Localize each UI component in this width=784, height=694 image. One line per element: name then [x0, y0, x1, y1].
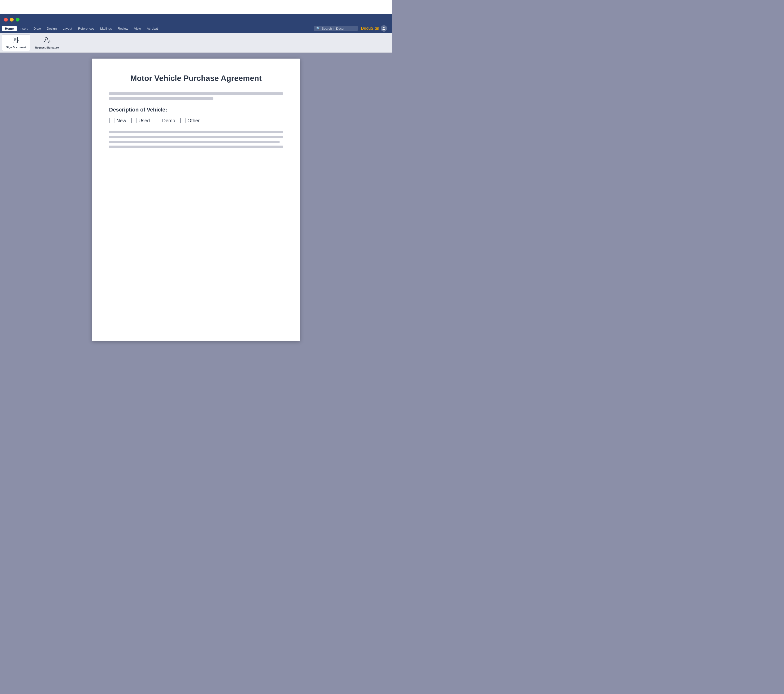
- checkbox-item-other: Other: [180, 118, 200, 124]
- checkbox-other-label: Other: [188, 118, 200, 124]
- document-page: Motor Vehicle Purchase Agreement Descrip…: [92, 59, 300, 341]
- placeholder-line-1: [109, 92, 283, 95]
- menu-tab-draw[interactable]: Draw: [31, 26, 44, 31]
- checkbox-used[interactable]: [131, 118, 137, 123]
- placeholder-line-2: [109, 97, 213, 100]
- maximize-button[interactable]: [16, 18, 20, 21]
- menu-tab-design[interactable]: Design: [44, 26, 59, 31]
- user-icon: [382, 27, 385, 30]
- search-placeholder: Search in Docum: [322, 27, 346, 30]
- sign-document-button[interactable]: Sign Document: [2, 34, 30, 51]
- user-avatar[interactable]: [381, 25, 387, 31]
- checkbox-demo[interactable]: [155, 118, 160, 123]
- menu-tab-acrobat[interactable]: Acrobat: [144, 26, 161, 31]
- window-chrome: Home Insert Draw Design Layout Reference…: [0, 14, 392, 33]
- placeholder-line-3: [109, 131, 283, 133]
- docusign-logo: DocuSign: [361, 26, 379, 31]
- checkbox-demo-label: Demo: [162, 118, 175, 124]
- checkbox-item-demo: Demo: [155, 118, 175, 124]
- placeholder-line-5: [109, 141, 280, 143]
- checkbox-item-new: New: [109, 118, 126, 124]
- checkbox-new[interactable]: [109, 118, 114, 123]
- minimize-button[interactable]: [10, 18, 14, 21]
- checkbox-new-label: New: [116, 118, 126, 124]
- checkbox-used-label: Used: [138, 118, 150, 124]
- menu-tab-layout[interactable]: Layout: [59, 26, 75, 31]
- svg-point-4: [45, 38, 48, 40]
- ribbon: Sign Document Request Signature: [0, 33, 392, 53]
- menu-tab-insert[interactable]: Insert: [16, 26, 31, 31]
- search-bar[interactable]: 🔍 Search in Docum: [314, 26, 358, 31]
- vehicle-type-checkboxes: New Used Demo Other: [109, 118, 283, 124]
- placeholder-line-6: [109, 145, 283, 148]
- menu-tab-references[interactable]: References: [75, 26, 97, 31]
- close-button[interactable]: [4, 18, 8, 21]
- menu-bar: Home Insert Draw Design Layout Reference…: [0, 24, 392, 33]
- request-signature-icon: [43, 36, 51, 45]
- title-bar-area: [0, 0, 392, 14]
- document-title: Motor Vehicle Purchase Agreement: [109, 73, 283, 84]
- checkbox-other[interactable]: [180, 118, 186, 123]
- document-area: Motor Vehicle Purchase Agreement Descrip…: [0, 53, 392, 347]
- checkbox-item-used: Used: [131, 118, 150, 124]
- placeholder-group-bottom: [109, 131, 283, 148]
- sign-document-label: Sign Document: [6, 46, 26, 49]
- menu-tab-mailings[interactable]: Mailings: [97, 26, 115, 31]
- traffic-lights: [0, 14, 392, 24]
- request-signature-button[interactable]: Request Signature: [31, 34, 63, 51]
- menu-tab-home[interactable]: Home: [2, 26, 16, 31]
- menu-tab-view[interactable]: View: [131, 26, 144, 31]
- sign-document-icon: [12, 36, 20, 45]
- docusign-area: DocuSign: [358, 25, 390, 31]
- section-title: Description of Vehicle:: [109, 107, 283, 113]
- search-icon: 🔍: [316, 26, 320, 30]
- request-signature-label: Request Signature: [35, 46, 59, 49]
- menu-tab-review[interactable]: Review: [115, 26, 131, 31]
- placeholder-line-4: [109, 136, 283, 138]
